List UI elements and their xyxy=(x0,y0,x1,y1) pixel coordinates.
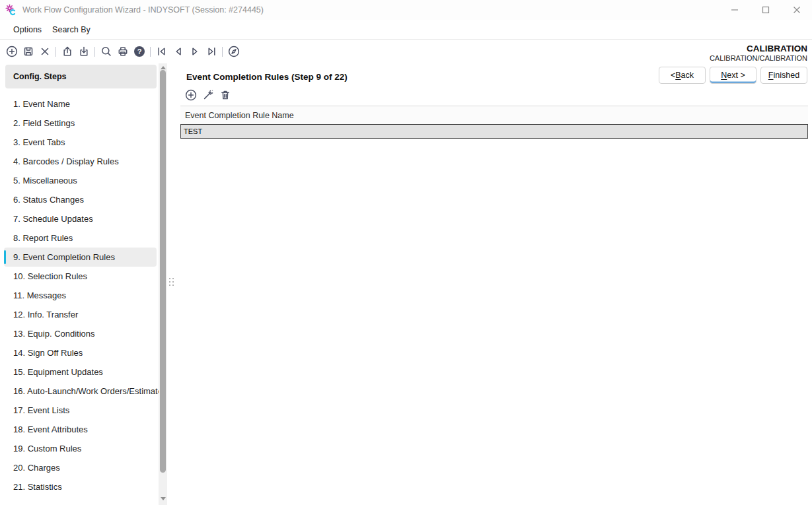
app-logo-icon xyxy=(5,4,17,16)
import-icon xyxy=(77,45,91,58)
toolbar-separator xyxy=(150,47,151,57)
sidebar-scrollbar[interactable] xyxy=(159,63,167,505)
add-button[interactable] xyxy=(3,43,20,60)
help-button[interactable]: ? xyxy=(131,43,147,60)
close-button[interactable] xyxy=(781,0,812,20)
sidebar-item[interactable]: 21. Statistics xyxy=(4,477,157,496)
compass-button[interactable] xyxy=(225,43,242,60)
save-icon xyxy=(22,45,35,58)
title-bar: Work Flow Configuration Wizard - INDYSOF… xyxy=(0,0,812,20)
minimize-icon xyxy=(731,6,739,14)
delete-button[interactable] xyxy=(36,43,53,60)
print-icon xyxy=(116,45,129,58)
menu-item[interactable]: Search By xyxy=(52,25,91,34)
toolbar-separator xyxy=(94,47,95,57)
sidebar-header: Config. Steps xyxy=(5,65,157,88)
back-button[interactable]: < Back xyxy=(659,67,706,84)
sidebar-item[interactable]: 16. Auto-Launch/Work Orders/Estimates xyxy=(4,382,157,401)
grid-action-row xyxy=(183,87,812,103)
sidebar-item[interactable]: 9. Event Completion Rules xyxy=(4,248,157,267)
scroll-up-icon xyxy=(161,66,166,69)
trash-icon xyxy=(219,88,232,102)
next-record-icon xyxy=(188,45,202,58)
scroll-down-button[interactable] xyxy=(159,495,167,502)
sidebar-item[interactable]: 3. Event Tabs xyxy=(4,133,157,152)
delete-rule-button[interactable] xyxy=(217,87,233,103)
toolbar-separator xyxy=(55,47,56,57)
sidebar-item[interactable]: 11. Messages xyxy=(4,286,157,305)
sidebar-item[interactable]: 2. Field Settings xyxy=(4,114,157,133)
minimize-button[interactable] xyxy=(719,0,750,20)
export-icon xyxy=(61,45,74,58)
export-button[interactable] xyxy=(59,43,75,60)
config-steps-sidebar: Config. Steps 1. Event Name2. Field Sett… xyxy=(0,63,159,505)
add-icon xyxy=(5,45,18,58)
sidebar-item[interactable]: 4. Barcodes / Display Rules xyxy=(4,152,157,171)
grid-rows: TEST xyxy=(180,124,808,139)
add-icon xyxy=(184,88,198,102)
context-title: CALIBRATION xyxy=(659,44,807,53)
sidebar-item[interactable]: 8. Report Rules xyxy=(4,228,157,248)
sidebar-item[interactable]: 18. Event Attributes xyxy=(4,420,157,439)
scrollbar-thumb[interactable] xyxy=(160,70,166,473)
sidebar-list: 1. Event Name2. Field Settings3. Event T… xyxy=(0,94,159,496)
rules-grid: Event Completion Rule Name TEST xyxy=(180,106,808,139)
previous-record-button[interactable] xyxy=(170,43,186,60)
finished-button[interactable]: Finished xyxy=(760,67,807,84)
last-record-icon xyxy=(205,45,218,58)
sidebar-item[interactable]: 14. Sign Off Rules xyxy=(4,343,157,362)
sidebar-item[interactable]: 7. Schedule Updates xyxy=(4,209,157,228)
close-icon xyxy=(793,6,801,14)
sidebar-item[interactable]: 19. Custom Rules xyxy=(4,439,157,458)
search-button[interactable] xyxy=(98,43,114,60)
sidebar-item[interactable]: 5. Miscellaneous xyxy=(4,171,157,190)
previous-record-icon xyxy=(172,45,185,58)
next-record-button[interactable] xyxy=(186,43,203,60)
maximize-button[interactable] xyxy=(750,0,781,20)
context-header: CALIBRATION CALIBRATION/CALIBRATION < Ba… xyxy=(659,44,807,84)
sidebar-item[interactable]: 10. Selection Rules xyxy=(4,267,157,286)
splitter-handle[interactable] xyxy=(169,278,174,286)
menu-bar: OptionsSearch By xyxy=(0,20,812,40)
sidebar-item[interactable]: 15. Equipment Updates xyxy=(4,362,157,382)
first-record-icon xyxy=(155,45,168,58)
sidebar-item[interactable]: 13. Equip. Conditions xyxy=(4,324,157,343)
next-button[interactable]: Next > xyxy=(710,67,757,84)
context-subtitle: CALIBRATION/CALIBRATION xyxy=(659,54,807,62)
sidebar-item[interactable]: 1. Event Name xyxy=(4,94,157,114)
sidebar-item[interactable]: 6. Status Changes xyxy=(4,190,157,209)
print-button[interactable] xyxy=(114,43,131,60)
sidebar-item[interactable]: 17. Event Lists xyxy=(4,401,157,420)
save-button[interactable] xyxy=(20,43,36,60)
import-button[interactable] xyxy=(75,43,92,60)
first-record-button[interactable] xyxy=(153,43,170,60)
compass-icon xyxy=(227,45,240,58)
wand-icon xyxy=(202,88,215,102)
window-body: Config. Steps 1. Event Name2. Field Sett… xyxy=(0,63,812,505)
add-rule-button[interactable] xyxy=(183,87,199,103)
maximize-icon xyxy=(762,6,770,14)
search-icon xyxy=(100,45,113,58)
main-pane: Event Completion Rules (Step 9 of 22) xyxy=(180,63,812,505)
window-title: Work Flow Configuration Wizard - INDYSOF… xyxy=(22,5,264,15)
scroll-down-icon xyxy=(161,497,166,500)
sidebar-item[interactable]: 20. Charges xyxy=(4,458,157,477)
wizard-nav: < Back Next > Finished xyxy=(659,67,807,84)
edit-rule-button[interactable] xyxy=(200,87,216,103)
pane-gutter xyxy=(167,63,180,505)
delete-icon xyxy=(38,45,52,58)
toolbar-separator xyxy=(222,47,223,57)
window-controls xyxy=(719,0,812,20)
help-icon: ? xyxy=(133,45,146,58)
table-row[interactable]: TEST xyxy=(180,124,808,139)
menu-item[interactable]: Options xyxy=(13,25,42,34)
last-record-button[interactable] xyxy=(203,43,219,60)
svg-text:?: ? xyxy=(137,48,141,55)
column-header[interactable]: Event Completion Rule Name xyxy=(180,106,808,124)
sidebar-item[interactable]: 12. Info. Transfer xyxy=(4,305,157,324)
